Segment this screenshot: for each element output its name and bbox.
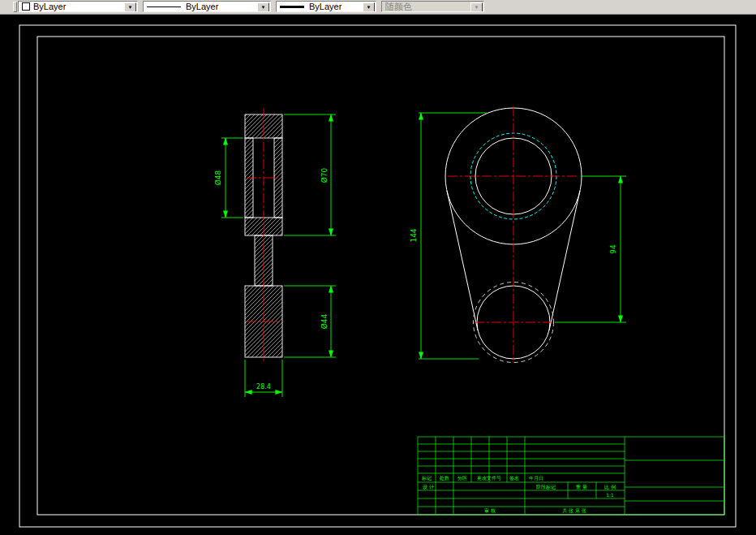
chevron-down-icon: ▼ xyxy=(470,2,483,12)
cad-window: ByLayer ▼ ByLayer ▼ ByLayer ▼ 随颜色 ▼ xyxy=(0,0,756,535)
section-view[interactable]: Ø48 Ø70 Ø44 28.4 xyxy=(214,108,336,397)
tb-design-label: 设 计 xyxy=(423,484,434,490)
object-properties-toolbar: ByLayer ▼ ByLayer ▼ ByLayer ▼ 随颜色 ▼ xyxy=(0,0,756,15)
dim-bore-label: Ø48 xyxy=(214,170,222,185)
color-swatch-icon xyxy=(22,2,30,11)
dim-center-distance-label: 94 xyxy=(609,244,617,254)
title-block[interactable]: 标记 处数 分区 更改文件号 签名 年月日 设 计 审 核 阶段标记 重 量 比… xyxy=(418,437,724,515)
tb-count-label: 处数 xyxy=(439,475,449,481)
tb-review-label: 审 核 xyxy=(484,507,496,513)
plotstyle-combo: 随颜色 ▼ xyxy=(381,1,484,12)
chevron-down-icon[interactable]: ▼ xyxy=(363,2,375,12)
tb-stage-label: 阶段标记 xyxy=(536,484,556,490)
color-combo-value: ByLayer xyxy=(33,2,66,11)
tb-scale-label: 比 例 xyxy=(604,484,616,490)
linetype-combo-value: ByLayer xyxy=(186,2,218,11)
tb-sign-label: 签名 xyxy=(509,475,519,481)
sheet-frame xyxy=(19,25,736,527)
dim-height-label: 144 xyxy=(410,228,418,242)
tb-zone-label: 分区 xyxy=(457,475,467,481)
tb-date-label: 年月日 xyxy=(529,475,543,481)
drawing-canvas[interactable]: Ø48 Ø70 Ø44 28.4 xyxy=(0,14,756,535)
linetype-line-icon xyxy=(147,6,181,7)
front-view[interactable]: 144 94 xyxy=(410,106,626,363)
linetype-combo[interactable]: ByLayer ▼ xyxy=(143,1,271,12)
dim-lower-label: Ø44 xyxy=(320,313,329,329)
toolbar-grip[interactable] xyxy=(13,2,17,12)
color-combo[interactable]: ByLayer ▼ xyxy=(18,1,138,12)
dim-width-label: 28.4 xyxy=(256,383,271,390)
lineweight-combo-value: ByLayer xyxy=(309,2,341,11)
lineweight-combo[interactable]: ByLayer ▼ xyxy=(276,1,376,12)
tb-weight-label: 重 量 xyxy=(575,484,587,490)
plotstyle-combo-value: 随颜色 xyxy=(385,1,412,12)
front-centerlines[interactable] xyxy=(448,106,579,363)
tb-mark-label: 标记 xyxy=(421,475,432,481)
tb-scale-value: 1:1 xyxy=(606,492,614,498)
dim-outer-label: Ø70 xyxy=(320,167,329,183)
tb-docno-label: 更改文件号 xyxy=(477,475,501,481)
chevron-down-icon[interactable]: ▼ xyxy=(257,2,269,12)
lineweight-line-icon xyxy=(280,6,304,8)
chevron-down-icon[interactable]: ▼ xyxy=(124,2,136,12)
tb-sheets-label: 共 张 第 张 xyxy=(562,507,586,514)
